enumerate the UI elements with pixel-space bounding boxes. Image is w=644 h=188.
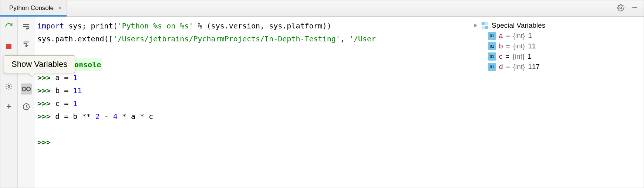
tooltip-text: Show Variables: [11, 59, 67, 69]
toolbar-left: [0, 17, 18, 188]
close-tab-icon[interactable]: ×: [58, 5, 61, 11]
python-console-tab[interactable]: Python Console ×: [0, 0, 67, 16]
variable-row[interactable]: 01d = {int} 117: [473, 62, 644, 72]
keyword: import: [37, 21, 64, 30]
tool-window-header: Python Console ×: [0, 0, 644, 17]
int-badge: 01: [488, 32, 496, 40]
new-console-button[interactable]: [3, 101, 14, 112]
scroll-to-end-button[interactable]: [21, 39, 32, 50]
svg-rect-25: [485, 26, 488, 29]
variable-name: a: [499, 32, 503, 40]
int-badge: 01: [488, 63, 496, 71]
variable-name: d: [499, 63, 503, 71]
python-console-tool-window: Python Console ×: [0, 0, 644, 188]
svg-rect-2: [6, 44, 11, 49]
toolbar-secondary: [18, 17, 35, 188]
variable-type: {int}: [513, 52, 525, 61]
svg-point-10: [8, 86, 10, 88]
variable-value: 1: [528, 32, 532, 40]
variables-panel: Special Variables 01a = {int} 101b = {in…: [470, 17, 644, 188]
input-prompt[interactable]: >>>: [37, 138, 55, 147]
expand-icon[interactable]: [473, 23, 478, 28]
variable-type: {int}: [513, 42, 525, 50]
int-badge: 01: [488, 52, 496, 61]
show-variables-button[interactable]: [21, 83, 32, 95]
soft-wrap-button[interactable]: [21, 21, 32, 32]
svg-point-0: [620, 7, 622, 9]
settings-button[interactable]: [3, 81, 14, 92]
gear-icon[interactable]: [617, 4, 624, 13]
stop-button[interactable]: [3, 41, 14, 52]
variable-row[interactable]: 01b = {int} 11: [473, 41, 644, 51]
rerun-button[interactable]: [3, 21, 14, 32]
svg-rect-24: [482, 26, 485, 29]
group-icon: [481, 22, 489, 29]
variable-name: b: [499, 42, 503, 50]
variable-type: {int}: [513, 63, 525, 71]
variable-value: 1: [527, 52, 532, 61]
console-output[interactable]: import sys; print('Python %s on %s' % (s…: [35, 17, 470, 188]
variable-type: {int}: [513, 32, 525, 40]
int-badge: 01: [488, 42, 496, 50]
minimize-icon[interactable]: [631, 4, 638, 13]
svg-point-17: [22, 87, 26, 91]
prompt: >>>: [37, 73, 51, 82]
svg-rect-23: [485, 22, 488, 25]
variable-row[interactable]: 01a = {int} 1: [473, 31, 644, 41]
special-variables-node[interactable]: Special Variables: [473, 20, 644, 31]
variable-value: 11: [528, 42, 536, 50]
show-variables-tooltip: Show Variables: [4, 55, 75, 73]
tab-title: Python Console: [9, 4, 54, 12]
special-variables-label: Special Variables: [492, 21, 545, 30]
pydev-console-label: onsole: [74, 60, 101, 69]
variable-value: 117: [528, 63, 540, 71]
variable-row[interactable]: 01c = {int} 1: [473, 51, 644, 62]
history-button[interactable]: [21, 101, 32, 112]
variable-name: c: [499, 52, 503, 61]
svg-point-18: [27, 87, 30, 91]
svg-rect-22: [482, 22, 485, 25]
svg-marker-21: [474, 23, 477, 27]
